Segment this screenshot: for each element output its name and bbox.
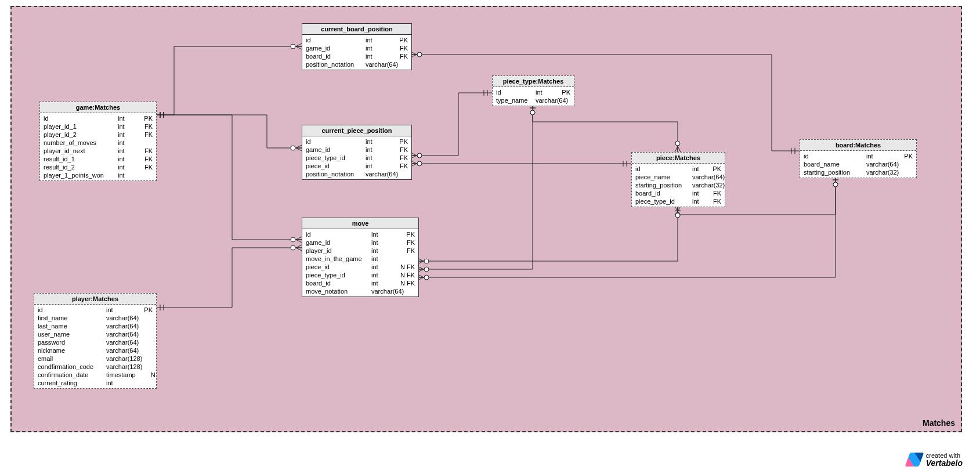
table-row: idintPK <box>632 165 725 173</box>
entity-header: move <box>302 218 418 229</box>
erd-canvas: Matches game:MatchesidintPKplayer_id_1in… <box>0 0 980 470</box>
table-row: user_namevarchar(64) <box>34 330 156 338</box>
table-row: piece_type_idintFK <box>632 197 725 205</box>
table-row: player_id_2intFK <box>40 131 156 139</box>
credits-line2: Vertabelo <box>926 458 963 468</box>
entity-game[interactable]: game:MatchesidintPKplayer_id_1intFKplaye… <box>39 102 157 181</box>
table-row: piece_type_idintN FK <box>302 271 418 279</box>
table-row: confirmation_datetimestampN <box>34 371 156 379</box>
table-row: current_ratingint <box>34 379 156 387</box>
table-row: idintPK <box>302 138 411 146</box>
matches-region-label: Matches <box>923 418 955 428</box>
table-row: piece_type_idintFK <box>302 154 411 162</box>
table-row: condfirmation_codevarchar(128) <box>34 363 156 371</box>
entity-cpp[interactable]: current_piece_positionidintPKgame_idintF… <box>302 125 412 180</box>
table-row: first_namevarchar(64) <box>34 314 156 322</box>
entity-body: idintPKgame_idintFKpiece_type_idintFKpie… <box>302 136 411 179</box>
table-row: passwordvarchar(64) <box>34 338 156 346</box>
table-row: idintPK <box>34 306 156 314</box>
table-row: piece_namevarchar(64) <box>632 173 725 181</box>
entity-piece[interactable]: piece:MatchesidintPKpiece_namevarchar(64… <box>631 152 725 207</box>
table-row: player_id_1intFK <box>40 122 156 131</box>
entity-body: idintPKboard_namevarchar(64)starting_pos… <box>800 151 916 178</box>
entity-body: idintPKplayer_id_1intFKplayer_id_2intFKn… <box>40 113 156 180</box>
entity-board[interactable]: board:MatchesidintPKboard_namevarchar(64… <box>800 139 917 178</box>
table-row: player_1_points_wonint <box>40 171 156 179</box>
entity-header: game:Matches <box>40 102 156 113</box>
table-row: player_idintFK <box>302 247 418 255</box>
entity-piece_type[interactable]: piece_type:MatchesidintPKtype_namevarcha… <box>492 75 574 106</box>
table-row: last_namevarchar(64) <box>34 322 156 330</box>
table-row: result_id_2intFK <box>40 163 156 171</box>
entity-header: current_board_position <box>302 24 411 35</box>
table-row: game_idintFK <box>302 44 411 52</box>
entity-move[interactable]: moveidintPKgame_idintFKplayer_idintFKmov… <box>302 218 419 297</box>
table-row: emailvarchar(128) <box>34 355 156 363</box>
table-row: game_idintFK <box>302 146 411 154</box>
credits-text: created with Vertabelo <box>926 452 963 468</box>
entity-player[interactable]: player:MatchesidintPKfirst_namevarchar(6… <box>34 293 157 389</box>
table-row: idintPK <box>493 88 574 96</box>
entity-header: board:Matches <box>800 140 916 151</box>
entity-header: piece_type:Matches <box>493 76 574 87</box>
table-row: position_notationvarchar(64) <box>302 60 411 68</box>
table-row: move_in_the_gameint <box>302 255 418 263</box>
credits: created with Vertabelo <box>907 452 963 468</box>
entity-header: player:Matches <box>34 294 156 305</box>
table-row: result_id_1intFK <box>40 155 156 163</box>
entity-cbp[interactable]: current_board_positionidintPKgame_idintF… <box>302 23 412 70</box>
table-row: starting_positionvarchar(32) <box>632 181 725 189</box>
entity-body: idintPKtype_namevarchar(64) <box>493 87 574 106</box>
table-row: starting_positionvarchar(32) <box>800 168 916 176</box>
entity-body: idintPKfirst_namevarchar(64)last_namevar… <box>34 305 156 388</box>
table-row: player_id_nextintFK <box>40 147 156 155</box>
entity-body: idintPKgame_idintFKboard_idintFKposition… <box>302 35 411 70</box>
table-row: nicknamevarchar(64) <box>34 346 156 355</box>
table-row: board_idintN FK <box>302 279 418 287</box>
table-row: move_notationvarchar(64) <box>302 287 418 295</box>
table-row: idintPK <box>40 114 156 122</box>
entity-body: idintPKgame_idintFKplayer_idintFKmove_in… <box>302 229 418 297</box>
table-row: piece_idintN FK <box>302 263 418 271</box>
vertabelo-logo-icon <box>905 453 924 467</box>
entity-body: idintPKpiece_namevarchar(64)starting_pos… <box>632 164 725 207</box>
entity-header: piece:Matches <box>632 153 725 164</box>
table-row: type_namevarchar(64) <box>493 96 574 104</box>
table-row: idintPK <box>302 36 411 44</box>
table-row: position_notationvarchar(64) <box>302 170 411 178</box>
table-row: board_idintFK <box>632 189 725 197</box>
table-row: board_namevarchar(64) <box>800 160 916 168</box>
table-row: idintPK <box>302 230 418 238</box>
table-row: piece_idintFK <box>302 162 411 170</box>
table-row: number_of_movesint <box>40 139 156 147</box>
entity-header: current_piece_position <box>302 125 411 136</box>
table-row: board_idintFK <box>302 52 411 60</box>
table-row: game_idintFK <box>302 238 418 247</box>
table-row: idintPK <box>800 152 916 160</box>
